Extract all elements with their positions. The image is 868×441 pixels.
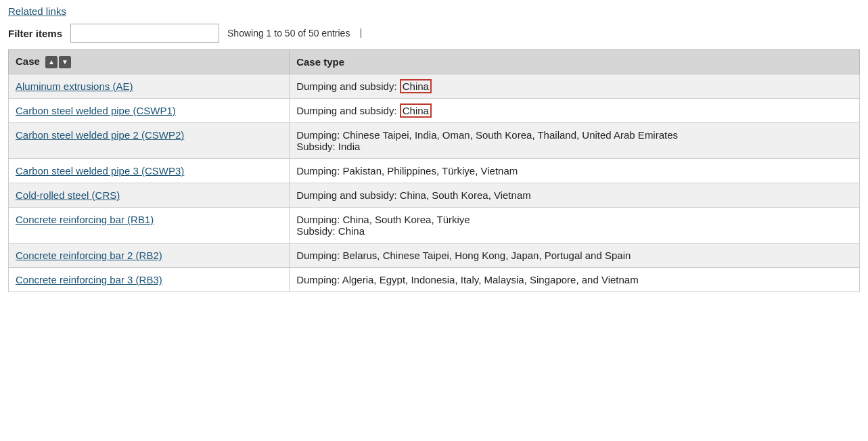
case-type-line1: Dumping: China, South Korea, Türkiye (296, 214, 852, 225)
filter-input[interactable] (70, 24, 219, 43)
case-cell: Aluminum extrusions (AE) (9, 74, 290, 99)
case-type-cell: Dumping and subsidy: China, South Korea,… (290, 183, 860, 208)
case-cell: Carbon steel welded pipe (CSWP1) (9, 99, 290, 123)
case-link[interactable]: Aluminum extrusions (AE) (16, 80, 133, 92)
column-case-label: Case (16, 55, 40, 67)
column-header-case-type: Case type (290, 50, 860, 74)
cases-table: Case ▲ ▼ Case type Aluminum extrusions (… (8, 49, 860, 292)
table-row: Concrete reinforcing bar 2 (RB2)Dumping:… (9, 243, 860, 268)
case-type-text: Dumping and subsidy: (296, 105, 400, 116)
case-link[interactable]: Carbon steel welded pipe (CSWP1) (16, 105, 176, 116)
filter-label: Filter items (8, 28, 62, 39)
filter-row: Filter items Showing 1 to 50 of 50 entri… (8, 24, 860, 43)
case-type-cell: Dumping: China, South Korea, TürkiyeSubs… (290, 208, 860, 243)
case-cell: Carbon steel welded pipe 2 (CSWP2) (9, 123, 290, 159)
case-type-line1: Dumping: Algeria, Egypt, Indonesia, Ital… (296, 274, 852, 285)
case-cell: Concrete reinforcing bar 3 (RB3) (9, 268, 290, 292)
related-links-link[interactable]: Related links (8, 5, 66, 17)
highlighted-country: China (400, 79, 432, 93)
case-type-cell: Dumping: Algeria, Egypt, Indonesia, Ital… (290, 268, 860, 292)
table-row: Aluminum extrusions (AE)Dumping and subs… (9, 74, 860, 99)
case-type-text: Dumping and subsidy: (296, 80, 400, 92)
case-link[interactable]: Carbon steel welded pipe 3 (CSWP3) (16, 165, 184, 177)
case-link[interactable]: Cold-rolled steel (CRS) (16, 189, 120, 201)
table-row: Concrete reinforcing bar 3 (RB3)Dumping:… (9, 268, 860, 292)
case-type-line1: Dumping: Chinese Taipei, India, Oman, So… (296, 129, 852, 141)
highlighted-country: China (400, 103, 432, 118)
case-type-cell: Dumping: Chinese Taipei, India, Oman, So… (290, 123, 860, 159)
case-cell: Concrete reinforcing bar (RB1) (9, 208, 290, 243)
showing-text: Showing 1 to 50 of 50 entries (227, 28, 350, 39)
case-link[interactable]: Concrete reinforcing bar (RB1) (16, 214, 154, 225)
case-link[interactable]: Concrete reinforcing bar 2 (RB2) (16, 250, 162, 261)
table-row: Carbon steel welded pipe 3 (CSWP3)Dumpin… (9, 159, 860, 183)
sort-buttons: ▲ ▼ (45, 56, 71, 68)
case-type-cell: Dumping: Pakistan, Philippines, Türkiye,… (290, 159, 860, 183)
case-link[interactable]: Carbon steel welded pipe 2 (CSWP2) (16, 129, 184, 141)
table-row: Carbon steel welded pipe 2 (CSWP2)Dumpin… (9, 123, 860, 159)
case-type-line1: Dumping: Belarus, Chinese Taipei, Hong K… (296, 250, 852, 261)
case-type-line2: Subsidy: China (296, 225, 852, 237)
sort-up-button[interactable]: ▲ (45, 56, 58, 68)
case-type-cell: Dumping: Belarus, Chinese Taipei, Hong K… (290, 243, 860, 268)
case-link[interactable]: Concrete reinforcing bar 3 (RB3) (16, 274, 162, 285)
case-cell: Concrete reinforcing bar 2 (RB2) (9, 243, 290, 268)
showing-divider (361, 28, 361, 38)
case-cell: Carbon steel welded pipe 3 (CSWP3) (9, 159, 290, 183)
case-type-cell: Dumping and subsidy: China (290, 99, 860, 123)
table-header-row: Case ▲ ▼ Case type (9, 50, 860, 74)
table-row: Carbon steel welded pipe (CSWP1)Dumping … (9, 99, 860, 123)
column-header-case: Case ▲ ▼ (9, 50, 290, 74)
table-row: Cold-rolled steel (CRS)Dumping and subsi… (9, 183, 860, 208)
sort-down-button[interactable]: ▼ (59, 56, 71, 68)
case-type-line1: Dumping: Pakistan, Philippines, Türkiye,… (296, 165, 852, 177)
case-type-line2: Subsidy: India (296, 141, 852, 152)
case-type-line1: Dumping and subsidy: China, South Korea,… (296, 189, 852, 201)
case-type-cell: Dumping and subsidy: China (290, 74, 860, 99)
table-row: Concrete reinforcing bar (RB1)Dumping: C… (9, 208, 860, 243)
case-cell: Cold-rolled steel (CRS) (9, 183, 290, 208)
